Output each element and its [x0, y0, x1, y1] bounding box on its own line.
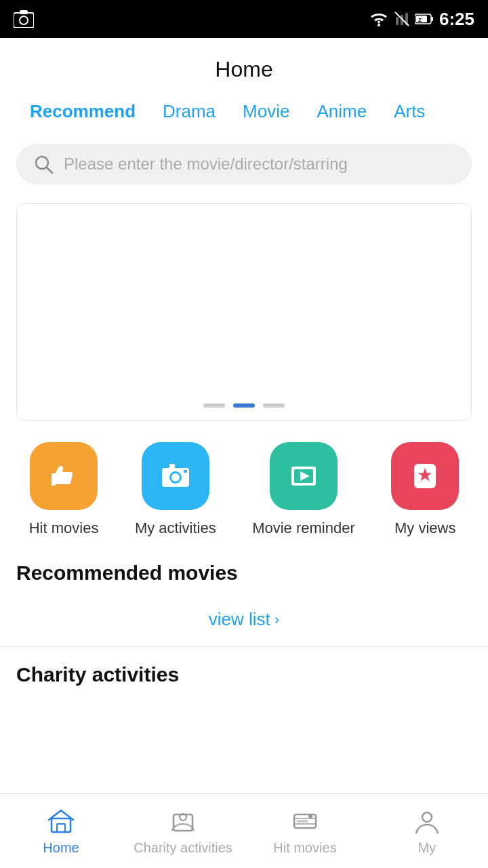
svg-rect-26 — [174, 814, 192, 831]
status-bar: Z 6:25 — [0, 0, 488, 38]
quick-action-my-views[interactable]: My views — [391, 442, 459, 537]
film-icon — [286, 458, 321, 494]
charity-activities-title: Charity activities — [16, 663, 179, 686]
hit-movies-icon-bg — [30, 442, 98, 510]
nav-item-my[interactable]: My — [366, 806, 488, 856]
banner — [16, 203, 472, 420]
nav-charity-label: Charity activities — [134, 840, 232, 856]
person-icon — [412, 806, 442, 836]
my-views-label: My views — [394, 519, 455, 537]
view-list-row: view list › — [0, 598, 488, 647]
my-views-icon-bg — [391, 442, 459, 510]
svg-point-16 — [171, 473, 180, 481]
nav-my-label: My — [418, 840, 436, 856]
svg-rect-10 — [431, 17, 433, 21]
search-bar[interactable]: Please enter the movie/director/starring — [16, 144, 472, 184]
svg-rect-2 — [20, 10, 28, 14]
svg-rect-17 — [169, 464, 175, 469]
charity-activities-section: Charity activities — [0, 663, 488, 686]
photo-icon — [14, 10, 34, 28]
recommended-movies-title: Recommended movies — [16, 561, 238, 584]
movie-reminder-icon-bg — [270, 442, 338, 510]
search-bar-wrap: Please enter the movie/director/starring — [0, 144, 488, 184]
nav-item-home[interactable]: Home — [0, 806, 122, 856]
ticket-icon — [290, 806, 320, 836]
banner-dot-3[interactable] — [263, 403, 285, 408]
view-list-button[interactable]: view list › — [209, 609, 279, 630]
my-activities-icon-bg — [142, 442, 209, 510]
header: Home — [0, 38, 488, 96]
quick-action-movie-reminder[interactable]: Movie reminder — [252, 442, 355, 537]
svg-point-33 — [422, 812, 432, 822]
quick-actions: Hit movies My activities Movie reminder — [0, 442, 488, 537]
svg-rect-24 — [52, 818, 70, 832]
home-icon — [46, 806, 76, 836]
recommended-movies-section: Recommended movies — [0, 561, 488, 585]
status-time: 6:25 — [439, 9, 474, 30]
svg-rect-0 — [14, 13, 34, 28]
svg-point-31 — [308, 814, 312, 818]
star-badge-icon — [407, 458, 443, 494]
banner-dot-1[interactable] — [203, 403, 225, 408]
quick-action-my-activities[interactable]: My activities — [135, 442, 216, 537]
quick-action-hit-movies[interactable]: Hit movies — [29, 442, 99, 537]
svg-rect-32 — [297, 820, 308, 823]
nav-home-label: Home — [43, 840, 79, 856]
status-bar-left — [14, 10, 34, 28]
movie-reminder-label: Movie reminder — [252, 519, 355, 537]
status-bar-right: Z 6:25 — [369, 9, 474, 30]
svg-rect-18 — [184, 470, 187, 473]
bottom-nav: Home Charity activities Hit movies — [0, 793, 488, 868]
search-icon — [33, 153, 54, 175]
view-list-label: view list — [209, 609, 270, 630]
banner-dot-2[interactable] — [233, 403, 255, 408]
battery-icon: Z — [415, 13, 434, 25]
wifi-icon — [369, 12, 389, 26]
nav-item-charity[interactable]: Charity activities — [122, 806, 244, 856]
svg-point-3 — [378, 24, 380, 26]
thumbs-up-icon — [46, 458, 81, 494]
my-activities-label: My activities — [135, 519, 216, 537]
chevron-right-icon: › — [274, 611, 279, 629]
nav-item-hit-movies[interactable]: Hit movies — [244, 806, 366, 856]
charity-icon — [168, 806, 198, 836]
tab-arts[interactable]: Arts — [380, 96, 439, 127]
search-placeholder: Please enter the movie/director/starring — [64, 155, 348, 174]
svg-line-13 — [47, 167, 52, 173]
tab-drama[interactable]: Drama — [149, 96, 229, 127]
svg-rect-4 — [396, 17, 399, 25]
tab-movie[interactable]: Movie — [229, 96, 303, 127]
nav-hit-movies-label: Hit movies — [273, 840, 336, 856]
svg-text:Z: Z — [418, 17, 422, 23]
signal-icon — [394, 12, 409, 26]
camera-icon — [158, 458, 193, 494]
banner-dots — [203, 403, 285, 408]
category-tabs: Recommend Drama Movie Anime Arts — [0, 96, 488, 127]
svg-point-1 — [20, 16, 28, 24]
tab-recommend[interactable]: Recommend — [16, 96, 149, 127]
tab-anime[interactable]: Anime — [303, 96, 380, 127]
svg-rect-25 — [57, 824, 65, 832]
page-title: Home — [215, 57, 272, 81]
hit-movies-label: Hit movies — [29, 519, 99, 537]
